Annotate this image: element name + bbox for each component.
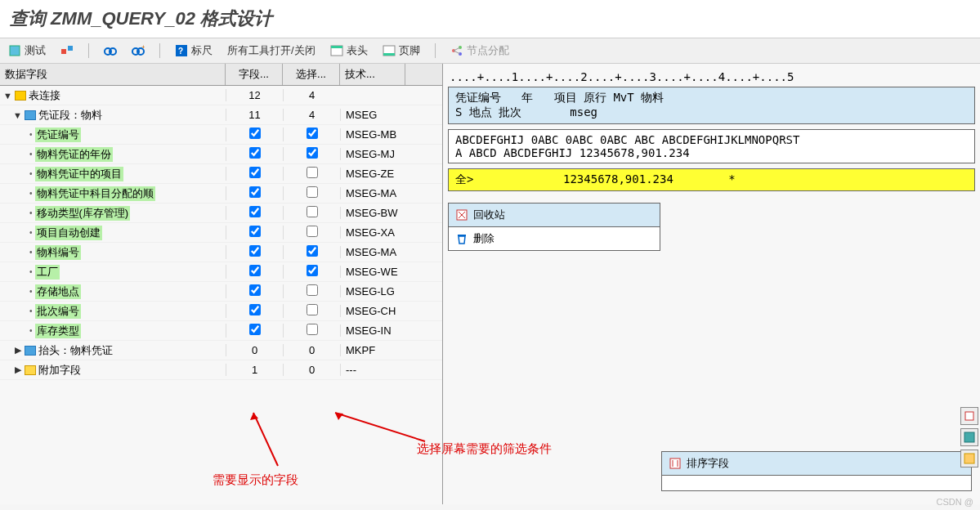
svg-rect-1 xyxy=(61,49,66,54)
table-row[interactable]: ▶ 附加字段 1 0 --- xyxy=(0,360,442,380)
table-row[interactable]: • 库存类型 MSEG-IN xyxy=(0,321,442,341)
checkbox[interactable] xyxy=(249,128,261,139)
svg-rect-21 xyxy=(670,459,680,468)
table-row[interactable]: • 批次编号 MSEG-CH xyxy=(0,302,442,321)
checkbox[interactable] xyxy=(249,284,261,296)
checkbox[interactable] xyxy=(307,265,318,276)
binoculars-icon xyxy=(104,44,117,57)
col-name-header[interactable]: 数据字段 xyxy=(0,64,226,85)
table-row[interactable]: • 移动类型(库存管理) MSEG-BW xyxy=(0,204,442,223)
checkbox[interactable] xyxy=(307,186,318,198)
node-assign-button[interactable]: 节点分配 xyxy=(450,43,509,58)
separator xyxy=(88,43,89,58)
checkbox[interactable] xyxy=(249,245,261,257)
side-tool-2[interactable] xyxy=(960,428,978,446)
footer-button[interactable]: 页脚 xyxy=(383,43,420,58)
sort-header[interactable]: 排序字段 xyxy=(662,452,971,476)
checkbox[interactable] xyxy=(307,128,318,139)
svg-rect-23 xyxy=(964,432,974,442)
table-row[interactable]: • 物料编号 MSEG-MA xyxy=(0,243,442,262)
col-sel-header[interactable]: 选择... xyxy=(283,64,340,85)
tree-body: ▼ 表连接 12 4 ▼ 凭证段：物料 11 4 MSEG• 凭证编号 MSEG… xyxy=(0,86,442,504)
table-row[interactable]: • 物料凭证中的项目 MSEG-ZE xyxy=(0,164,442,184)
table-row[interactable]: • 物料凭证中科目分配的顺 MSEG-MA xyxy=(0,184,442,204)
table-row[interactable]: ▼ 表连接 12 4 xyxy=(0,86,442,105)
layout-preview-panel: ....+....1....+....2....+....3....+....4… xyxy=(443,64,980,504)
table-row[interactable]: • 凭证编号 MSEG-MB xyxy=(0,125,442,145)
side-tool-1[interactable] xyxy=(960,407,978,425)
ruler-button[interactable]: ? 标尺 xyxy=(175,43,213,58)
recycle-icon xyxy=(455,208,468,221)
table-icon xyxy=(25,110,36,120)
binoculars-button[interactable] xyxy=(104,44,117,57)
ruler-icon: ? xyxy=(175,44,188,57)
checkbox[interactable] xyxy=(249,324,261,335)
checkbox[interactable] xyxy=(249,147,261,159)
tool-unknown-button[interactable] xyxy=(60,44,74,57)
separator xyxy=(435,43,436,58)
table-row[interactable]: • 存储地点 MSEG-LG xyxy=(0,282,442,302)
recycle-header[interactable]: 回收站 xyxy=(449,204,660,227)
folder-icon xyxy=(15,91,26,101)
svg-rect-22 xyxy=(965,412,973,420)
field-tree-panel: 数据字段 字段... 选择... 技术... ▼ 表连接 12 4 ▼ 凭证段：… xyxy=(0,64,443,504)
preview-header-box[interactable]: 凭证编号 年 项目 原行 MvT 物料S 地点 批次 mseg xyxy=(448,87,975,124)
table-row[interactable]: ▼ 凭证段：物料 11 4 MSEG xyxy=(0,105,442,125)
preview-body-box[interactable]: ABCDEFGHIJ 0ABC 0ABC 0ABC ABC ABCDEFGHIJ… xyxy=(448,129,975,163)
checkbox[interactable] xyxy=(307,206,318,217)
table-row[interactable]: • 物料凭证的年份 MSEG-MJ xyxy=(0,145,442,164)
checkbox[interactable] xyxy=(307,324,318,335)
checkbox[interactable] xyxy=(249,304,261,315)
checkbox[interactable] xyxy=(307,226,318,237)
checkbox[interactable] xyxy=(307,284,318,296)
svg-rect-0 xyxy=(10,46,20,56)
recycle-panel: 回收站 删除 xyxy=(448,203,660,251)
checkbox[interactable] xyxy=(249,167,261,178)
addl-icon xyxy=(25,365,36,375)
checkbox[interactable] xyxy=(249,206,261,217)
footer-icon xyxy=(383,44,396,57)
svg-rect-13 xyxy=(383,53,395,56)
checkbox[interactable] xyxy=(307,147,318,159)
checkbox[interactable] xyxy=(249,226,261,237)
delete-row[interactable]: 删除 xyxy=(449,227,660,250)
checkbox[interactable] xyxy=(307,304,318,315)
svg-rect-20 xyxy=(458,235,466,236)
table-icon xyxy=(25,346,36,356)
checkbox[interactable] xyxy=(249,265,261,276)
header-button[interactable]: 表头 xyxy=(330,43,368,58)
side-tool-3[interactable] xyxy=(960,450,978,468)
checkbox[interactable] xyxy=(307,167,318,178)
table-row[interactable]: • 项目自动创建 MSEG-XA xyxy=(0,223,442,243)
binoculars-plus-icon: + xyxy=(132,44,145,57)
sort-icon xyxy=(669,457,682,470)
test-button[interactable]: 测试 xyxy=(8,43,46,58)
table-row[interactable]: ▶ 抬头：物料凭证 0 0 MKPF xyxy=(0,341,442,360)
col-tech-header[interactable]: 技术... xyxy=(340,64,405,85)
preview-total-box[interactable]: 全> 12345678,901.234 * xyxy=(448,168,975,191)
svg-rect-24 xyxy=(964,454,974,463)
ruler: ....+....1....+....2....+....3....+....4… xyxy=(448,67,975,87)
trash-icon xyxy=(455,232,468,245)
checkbox[interactable] xyxy=(307,245,318,257)
tool-icon xyxy=(964,453,975,464)
col-field-header[interactable]: 字段... xyxy=(226,64,283,85)
svg-rect-11 xyxy=(331,46,342,48)
toolbar: 测试 + ? 标尺 所有工具打开/关闭 表头 页脚 节点分配 xyxy=(0,38,980,64)
grid-icon xyxy=(964,432,975,443)
header-icon xyxy=(330,44,343,57)
table-row[interactable]: • 工厂 MSEG-WE xyxy=(0,262,442,282)
svg-rect-2 xyxy=(68,46,73,51)
grid-header: 数据字段 字段... 选择... 技术... xyxy=(0,64,442,86)
tools-toggle-button[interactable]: 所有工具打开/关闭 xyxy=(227,43,315,58)
page-title: 查询 ZMM_QUERY_02 格式设计 xyxy=(0,0,980,38)
checkbox[interactable] xyxy=(249,186,261,198)
side-icon-strip xyxy=(960,407,978,468)
sort-body[interactable] xyxy=(662,476,971,490)
binoculars-plus-button[interactable]: + xyxy=(132,44,145,57)
separator xyxy=(159,43,160,58)
svg-text:+: + xyxy=(141,44,145,51)
test-icon xyxy=(8,44,21,57)
layout-icon xyxy=(60,44,74,57)
node-icon xyxy=(450,44,463,57)
